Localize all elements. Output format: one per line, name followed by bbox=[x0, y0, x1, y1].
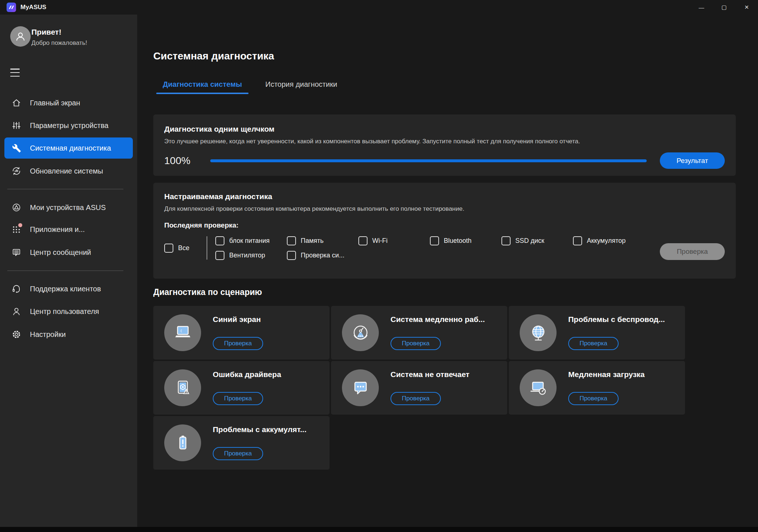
checkbox-power-supply[interactable]: блок питания bbox=[215, 235, 287, 246]
custom-diagnosis-card: Настраиваемая диагностика Для комплексно… bbox=[153, 183, 736, 279]
check-button[interactable]: Проверка bbox=[390, 337, 441, 350]
sidebar-divider bbox=[7, 189, 123, 189]
tab-diagnosis-history[interactable]: История диагностики bbox=[259, 80, 344, 94]
checkbox-box[interactable] bbox=[164, 244, 173, 253]
sidebar-item-settings[interactable]: Настройки bbox=[4, 324, 133, 345]
checkbox-bluetooth[interactable]: Bluetooth bbox=[430, 235, 501, 246]
checkbox-box[interactable] bbox=[501, 236, 511, 245]
system-update-icon bbox=[12, 166, 21, 176]
checkbox-box[interactable] bbox=[358, 236, 368, 245]
checkbox-box[interactable] bbox=[573, 236, 582, 245]
progress-bar bbox=[210, 159, 647, 162]
avatar[interactable] bbox=[10, 26, 31, 47]
not-responding-icon bbox=[342, 369, 379, 406]
last-check-label: Последняя проверка: bbox=[164, 221, 725, 229]
checkbox-box[interactable] bbox=[430, 236, 439, 245]
scenario-card-not-responding: Система не отвечает Проверка bbox=[331, 361, 507, 415]
headset-icon bbox=[12, 284, 21, 294]
app-title: MyASUS bbox=[20, 4, 46, 11]
check-button[interactable]: Проверка bbox=[568, 392, 619, 405]
scenario-section-title: Диагностика по сценарию bbox=[153, 287, 262, 297]
sidebar-item-system-diagnosis[interactable]: Системная диагностика bbox=[4, 137, 133, 159]
checkbox-wifi[interactable]: Wi-Fi bbox=[358, 235, 430, 246]
checkbox-box[interactable] bbox=[287, 251, 296, 260]
sidebar-item-my-asus-devices[interactable]: Мои устройства ASUS bbox=[4, 197, 133, 218]
apps-grid-icon bbox=[12, 225, 21, 234]
custom-description: Для комплексной проверки состояния компь… bbox=[164, 205, 725, 213]
scenario-grid: :( Синий экран Проверка bbox=[153, 306, 685, 470]
scenario-card-battery: Проблемы с аккумулят... Проверка bbox=[153, 416, 330, 470]
tab-bar: Диагностика системы История диагностики bbox=[156, 80, 344, 94]
sidebar-item-message-center[interactable]: Центр сообщений bbox=[4, 242, 133, 263]
custom-title: Настраиваемая диагностика bbox=[164, 192, 725, 201]
checkbox-box[interactable] bbox=[215, 236, 224, 245]
maximize-button[interactable]: ▢ bbox=[713, 0, 735, 15]
progress-bar-fill bbox=[210, 159, 647, 162]
blue-screen-icon: :( bbox=[164, 314, 201, 351]
slow-boot-icon bbox=[520, 369, 557, 406]
one-click-description: Это лучшее решение, когда нет уверенност… bbox=[164, 138, 725, 145]
wrench-icon bbox=[12, 143, 21, 153]
titlebar: MyASUS — ▢ ✕ bbox=[0, 0, 758, 15]
minimize-button[interactable]: — bbox=[690, 0, 713, 15]
check-button[interactable]: Проверка bbox=[390, 392, 441, 405]
battery-problem-icon bbox=[164, 424, 201, 461]
check-button[interactable]: Проверка bbox=[213, 337, 263, 350]
checkbox-box[interactable] bbox=[287, 236, 296, 245]
greeting-subtitle: Добро пожаловать! bbox=[31, 39, 87, 47]
checkbox-system-check[interactable]: Проверка си... bbox=[287, 250, 358, 261]
one-click-title: Диагностика одним щелчком bbox=[164, 125, 725, 133]
person-icon bbox=[15, 31, 26, 42]
close-button[interactable]: ✕ bbox=[735, 0, 758, 15]
sidebar-item-apps[interactable]: Приложения и... bbox=[4, 219, 133, 240]
gear-icon bbox=[12, 330, 21, 339]
scenario-card-driver-error: Ошибка драйвера Проверка bbox=[153, 361, 330, 415]
scenario-card-blue-screen: :( Синий экран Проверка bbox=[153, 306, 330, 360]
svg-text::(: :( bbox=[180, 329, 182, 332]
main-content: Системная диагностика Диагностика систем… bbox=[137, 15, 758, 527]
checkbox-all[interactable]: Все bbox=[164, 242, 189, 253]
notification-dot bbox=[18, 223, 22, 227]
checkbox-box[interactable] bbox=[215, 251, 224, 260]
sidebar-divider bbox=[7, 271, 123, 271]
slow-system-icon bbox=[342, 314, 379, 351]
driver-error-icon bbox=[164, 369, 201, 406]
one-click-diagnosis-card: Диагностика одним щелчком Это лучшее реш… bbox=[153, 114, 736, 176]
sidebar-item-user-center[interactable]: Центр пользователя bbox=[4, 301, 133, 322]
progress-percent-label: 100% bbox=[164, 155, 192, 167]
check-button[interactable]: Проверка bbox=[213, 392, 263, 405]
checkbox-divider bbox=[207, 236, 207, 260]
window-bottom-edge bbox=[0, 527, 758, 532]
myasus-window: MyASUS — ▢ ✕ Привет! Добро пожаловать! Г… bbox=[0, 0, 758, 532]
message-center-icon bbox=[12, 248, 21, 257]
checkbox-fan[interactable]: Вентилятор bbox=[215, 250, 287, 261]
result-button[interactable]: Результат bbox=[660, 152, 725, 169]
checkbox-memory[interactable]: Память bbox=[287, 235, 358, 246]
check-button[interactable]: Проверка bbox=[213, 447, 263, 460]
check-button[interactable]: Проверка bbox=[568, 337, 619, 350]
home-icon bbox=[12, 98, 21, 108]
sidebar: Привет! Добро пожаловать! Главный экран … bbox=[0, 15, 137, 527]
user-icon bbox=[12, 307, 21, 316]
tab-system-diagnosis[interactable]: Диагностика системы bbox=[156, 80, 249, 94]
greeting-title: Привет! bbox=[31, 28, 61, 36]
check-button-disabled[interactable]: Проверка bbox=[660, 243, 725, 260]
hamburger-menu-icon[interactable] bbox=[10, 68, 21, 77]
sidebar-item-home[interactable]: Главный экран bbox=[4, 92, 133, 113]
sidebar-item-system-update[interactable]: Обновление системы bbox=[4, 160, 133, 182]
sidebar-item-customer-support[interactable]: Поддержка клиентов bbox=[4, 278, 133, 299]
wireless-problem-icon bbox=[520, 314, 557, 351]
myasus-logo-icon bbox=[7, 3, 16, 12]
scenario-card-wireless: Проблемы с беспровод... Проверка bbox=[509, 306, 685, 360]
scenario-card-slow-boot: Медленная загрузка Проверка bbox=[509, 361, 685, 415]
checkbox-battery[interactable]: Аккумулятор bbox=[573, 235, 645, 246]
asus-device-icon bbox=[12, 203, 21, 212]
checkbox-ssd[interactable]: SSD диск bbox=[501, 235, 573, 246]
sliders-icon bbox=[12, 121, 21, 130]
checkbox-group: Все блок питания Вентилятор bbox=[164, 235, 725, 261]
sidebar-item-device-settings[interactable]: Параметры устройства bbox=[4, 115, 133, 136]
page-title: Системная диагностика bbox=[153, 50, 274, 62]
scenario-card-slow-system: Система медленно раб... Проверка bbox=[331, 306, 507, 360]
